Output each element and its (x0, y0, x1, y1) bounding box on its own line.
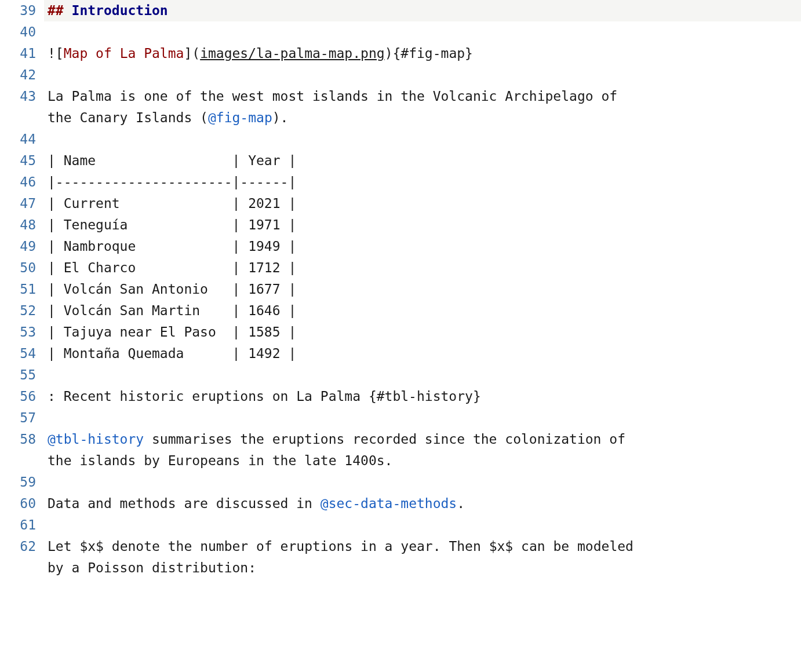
line-number: 40 (0, 21, 36, 43)
line-number: 48 (0, 214, 36, 236)
code-area[interactable]: ## Introduction ![Map of La Palma](image… (44, 0, 801, 579)
math-var: x (88, 539, 96, 554)
image-bracket: ]( (184, 46, 200, 61)
line-number: 47 (0, 193, 36, 214)
code-line[interactable]: | Volcán San Antonio | 1677 | (44, 279, 801, 300)
code-line[interactable] (44, 472, 801, 493)
code-line[interactable]: Data and methods are discussed in @sec-d… (44, 493, 801, 514)
code-line[interactable]: | Current | 2021 | (44, 193, 801, 214)
code-line[interactable]: | Name | Year | (44, 150, 801, 171)
image-attr: {#fig-map} (392, 46, 472, 61)
para-text: can be modeled (513, 539, 633, 554)
math-delim: $ (79, 539, 88, 554)
crossref: @fig-map (208, 110, 272, 125)
line-number: 49 (0, 236, 36, 257)
math-delim: $ (96, 539, 104, 554)
code-line[interactable]: | Nambroque | 1949 | (44, 236, 801, 257)
code-line[interactable]: |----------------------|------| (44, 171, 801, 193)
raw-text: | Montaña Quemada | 1492 | (48, 346, 296, 361)
code-line[interactable]: the Canary Islands (@fig-map). (44, 107, 801, 129)
code-line[interactable]: @tbl-history summarises the eruptions re… (44, 429, 801, 450)
code-line[interactable]: Let $x$ denote the number of eruptions i… (44, 536, 801, 557)
line-number: 45 (0, 150, 36, 171)
line-number: 59 (0, 472, 36, 493)
code-line[interactable]: ## Introduction (44, 0, 801, 21)
line-number: 52 (0, 300, 36, 322)
math-var: x (497, 539, 505, 554)
code-line[interactable]: La Palma is one of the west most islands… (44, 86, 801, 107)
line-number-gutter: 3940414243444546474849505152535455565758… (0, 0, 44, 579)
para-text: the islands by Europeans in the late 140… (48, 453, 392, 468)
line-number: 56 (0, 386, 36, 407)
line-number (0, 107, 36, 129)
code-line[interactable]: | Volcán San Martin | 1646 | (44, 300, 801, 322)
math-delim: $ (489, 539, 497, 554)
para-text: summarises the eruptions recorded since … (144, 432, 625, 447)
raw-text: | Nambroque | 1949 | (48, 239, 296, 254)
code-line[interactable]: | Teneguía | 1971 | (44, 214, 801, 236)
line-number (0, 450, 36, 472)
para-text: La Palma is one of the west most islands… (48, 89, 617, 104)
crossref: @tbl-history (48, 432, 144, 447)
para-text: ). (272, 110, 289, 125)
code-line[interactable]: ![Map of La Palma](images/la-palma-map.p… (44, 43, 801, 64)
para-text: Let (48, 539, 79, 554)
line-number: 39 (0, 0, 36, 21)
line-number: 41 (0, 43, 36, 64)
crossref: @sec-data-methods (321, 496, 457, 511)
code-line[interactable]: | Montaña Quemada | 1492 | (44, 343, 801, 364)
raw-text: | Name | Year | (48, 153, 296, 168)
raw-text: | Current | 2021 | (48, 196, 296, 211)
line-number: 58 (0, 429, 36, 450)
code-line[interactable] (44, 129, 801, 150)
code-line[interactable]: | Tajuya near El Paso | 1585 | (44, 322, 801, 343)
para-text: . (457, 496, 465, 511)
code-line[interactable] (44, 21, 801, 43)
code-line[interactable]: | El Charco | 1712 | (44, 257, 801, 279)
code-line[interactable]: by a Poisson distribution: (44, 557, 801, 579)
code-line[interactable]: : Recent historic eruptions on La Palma … (44, 386, 801, 407)
math-delim: $ (505, 539, 513, 554)
line-number: 46 (0, 171, 36, 193)
heading-marker: ## (48, 3, 72, 18)
code-line[interactable] (44, 64, 801, 86)
raw-text: | Tajuya near El Paso | 1585 | (48, 324, 296, 339)
image-alt: Map of La Palma (64, 46, 184, 61)
para-text: the Canary Islands ( (48, 110, 208, 125)
raw-text: |----------------------|------| (48, 174, 296, 189)
code-line[interactable] (44, 364, 801, 386)
raw-text: : Recent historic eruptions on La Palma … (48, 389, 481, 404)
line-number: 50 (0, 257, 36, 279)
line-number: 54 (0, 343, 36, 364)
para-text: Data and methods are discussed in (48, 496, 321, 511)
line-number: 61 (0, 514, 36, 536)
line-number: 44 (0, 129, 36, 150)
line-number: 60 (0, 493, 36, 514)
line-number: 62 (0, 536, 36, 557)
code-line[interactable]: the islands by Europeans in the late 140… (44, 450, 801, 472)
code-editor[interactable]: 3940414243444546474849505152535455565758… (0, 0, 801, 579)
image-href: images/la-palma-map.png (200, 46, 385, 61)
raw-text: | Volcán San Antonio | 1677 | (48, 282, 296, 297)
line-number: 42 (0, 64, 36, 86)
code-line[interactable] (44, 407, 801, 429)
line-number: 51 (0, 279, 36, 300)
image-bang: ![ (48, 46, 64, 61)
line-number: 55 (0, 364, 36, 386)
line-number (0, 557, 36, 579)
raw-text: | El Charco | 1712 | (48, 260, 296, 275)
image-bracket: ) (385, 46, 393, 61)
para-text: by a Poisson distribution: (48, 560, 256, 575)
code-line[interactable] (44, 514, 801, 536)
raw-text: | Teneguía | 1971 | (48, 217, 296, 232)
para-text: denote the number of eruptions in a year… (104, 539, 489, 554)
line-number: 43 (0, 86, 36, 107)
heading-text: Introduction (72, 3, 168, 18)
line-number: 57 (0, 407, 36, 429)
raw-text: | Volcán San Martin | 1646 | (48, 303, 296, 318)
line-number: 53 (0, 322, 36, 343)
